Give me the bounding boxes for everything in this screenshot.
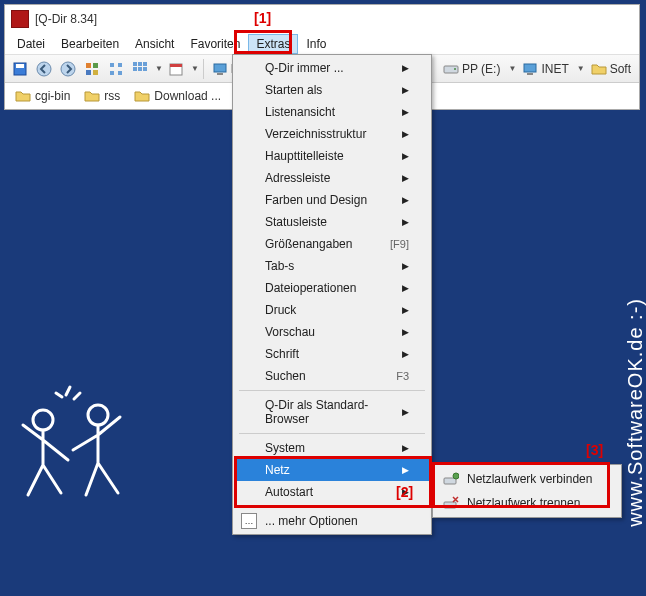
menu-info[interactable]: Info <box>298 34 334 54</box>
callout-1-label: [1] <box>254 10 271 26</box>
dropdown-item[interactable]: Druck▶ <box>235 299 429 321</box>
window-title: [Q-Dir 8.34] <box>35 12 97 26</box>
dropdown-label: System <box>265 441 305 455</box>
submenu-arrow-icon: ▶ <box>402 195 409 205</box>
dropdown-separator <box>239 390 425 391</box>
dropdown-separator <box>239 433 425 434</box>
dropdown-item[interactable]: Farben und Design▶ <box>235 189 429 211</box>
chevron-down-icon[interactable]: ▼ <box>508 64 516 73</box>
svg-rect-24 <box>524 64 536 72</box>
dropdown-label: Adressleiste <box>265 171 330 185</box>
submenu-arrow-icon: ▶ <box>402 443 409 453</box>
submenu-arrow-icon: ▶ <box>402 349 409 359</box>
dropdown-item[interactable]: System▶ <box>235 437 429 459</box>
toolbar-separator <box>203 59 204 79</box>
shortcut-label: [F9] <box>390 238 409 250</box>
submenu-connect[interactable]: Netzlaufwerk verbinden <box>435 467 619 491</box>
dropdown-item[interactable]: Verzeichnisstruktur▶ <box>235 123 429 145</box>
dropdown-label: Farben und Design <box>265 193 367 207</box>
dropdown-item[interactable]: Adressleiste▶ <box>235 167 429 189</box>
dropdown-label: Schrift <box>265 347 299 361</box>
svg-point-27 <box>453 473 459 479</box>
toolbar-calendar-icon[interactable] <box>165 58 187 80</box>
svg-rect-6 <box>86 70 91 75</box>
dancing-figures-art <box>8 360 148 560</box>
svg-point-2 <box>37 62 51 76</box>
dropdown-item[interactable]: Vorschau▶ <box>235 321 429 343</box>
submenu-label: Netzlaufwerk verbinden <box>467 472 592 486</box>
dropdown-item[interactable]: Netz▶ <box>235 459 429 481</box>
svg-rect-13 <box>138 62 142 66</box>
dropdown-separator <box>239 506 425 507</box>
chevron-down-icon[interactable]: ▼ <box>577 64 585 73</box>
submenu-arrow-icon: ▶ <box>402 305 409 315</box>
dropdown-label: Listenansicht <box>265 105 335 119</box>
menubar: Datei Bearbeiten Ansicht Favoriten Extra… <box>5 33 639 55</box>
breadcrumb-item[interactable]: rss <box>78 86 126 106</box>
breadcrumb-item[interactable]: cgi-bin <box>9 86 76 106</box>
app-icon <box>11 10 29 28</box>
svg-rect-22 <box>444 66 458 73</box>
dropdown-item[interactable]: Größenangaben[F9] <box>235 233 429 255</box>
dropdown-item[interactable]: Tab-s▶ <box>235 255 429 277</box>
svg-point-23 <box>454 68 456 70</box>
toolbar-save-icon[interactable] <box>9 58 31 80</box>
drive-soft[interactable]: Soft <box>587 61 635 77</box>
submenu-disconnect[interactable]: Netzlaufwerk trennen <box>435 491 619 515</box>
dropdown-item[interactable]: Dateioperationen▶ <box>235 277 429 299</box>
toolbar-forward-icon[interactable] <box>57 58 79 80</box>
dropdown-item[interactable]: SuchenF3 <box>235 365 429 387</box>
submenu-arrow-icon: ▶ <box>402 173 409 183</box>
dropdown-item[interactable]: Haupttitelleiste▶ <box>235 145 429 167</box>
dropdown-item[interactable]: …... mehr Optionen <box>235 510 429 532</box>
svg-rect-8 <box>110 63 114 67</box>
svg-rect-9 <box>118 63 122 67</box>
svg-rect-17 <box>143 67 147 71</box>
dropdown-label: ... mehr Optionen <box>265 514 358 528</box>
chevron-down-icon[interactable]: ▼ <box>155 64 163 73</box>
toolbar-apps-icon[interactable] <box>81 58 103 80</box>
dropdown-item[interactable]: Statusleiste▶ <box>235 211 429 233</box>
drive-pp[interactable]: PP (E:) <box>439 61 504 77</box>
svg-rect-19 <box>170 64 182 67</box>
submenu-label: Netzlaufwerk trennen <box>467 496 580 510</box>
chevron-down-icon[interactable]: ▼ <box>191 64 199 73</box>
dropdown-item[interactable]: Listenansicht▶ <box>235 101 429 123</box>
dropdown-item[interactable]: Q-Dir als Standard-Browser▶ <box>235 394 429 430</box>
dropdown-label: Vorschau <box>265 325 315 339</box>
dropdown-item[interactable]: Q-Dir immer ...▶ <box>235 57 429 79</box>
dropdown-label: Netz <box>265 463 290 477</box>
dropdown-item[interactable]: Starten als▶ <box>235 79 429 101</box>
dropdown-item[interactable]: Schrift▶ <box>235 343 429 365</box>
svg-rect-10 <box>110 71 114 75</box>
drive-inet[interactable]: INET <box>518 61 572 77</box>
breadcrumb-item[interactable]: Download ... <box>128 86 227 106</box>
submenu-arrow-icon: ▶ <box>402 217 409 227</box>
netz-submenu: Netzlaufwerk verbinden Netzlaufwerk tren… <box>432 464 622 518</box>
menu-favoriten[interactable]: Favoriten <box>182 34 248 54</box>
toolbar-grid-icon[interactable] <box>105 58 127 80</box>
svg-rect-16 <box>138 67 142 71</box>
submenu-arrow-icon: ▶ <box>402 283 409 293</box>
submenu-arrow-icon: ▶ <box>402 85 409 95</box>
svg-rect-28 <box>444 502 456 508</box>
svg-rect-25 <box>527 73 533 75</box>
submenu-arrow-icon: ▶ <box>402 107 409 117</box>
dropdown-label: Autostart <box>265 485 313 499</box>
menu-extras[interactable]: Extras <box>248 34 298 54</box>
svg-rect-7 <box>93 70 98 75</box>
svg-rect-21 <box>217 73 223 75</box>
menu-datei[interactable]: Datei <box>9 34 53 54</box>
submenu-arrow-icon: ▶ <box>402 151 409 161</box>
dropdown-label: Druck <box>265 303 296 317</box>
dropdown-label: Tab-s <box>265 259 294 273</box>
dropdown-label: Starten als <box>265 83 322 97</box>
menu-bearbeiten[interactable]: Bearbeiten <box>53 34 127 54</box>
menu-ansicht[interactable]: Ansicht <box>127 34 182 54</box>
dropdown-label: Dateioperationen <box>265 281 356 295</box>
toolbar-grid2-icon[interactable] <box>129 58 151 80</box>
network-drive-icon <box>443 471 459 487</box>
svg-rect-14 <box>143 62 147 66</box>
toolbar-back-icon[interactable] <box>33 58 55 80</box>
svg-rect-5 <box>93 63 98 68</box>
